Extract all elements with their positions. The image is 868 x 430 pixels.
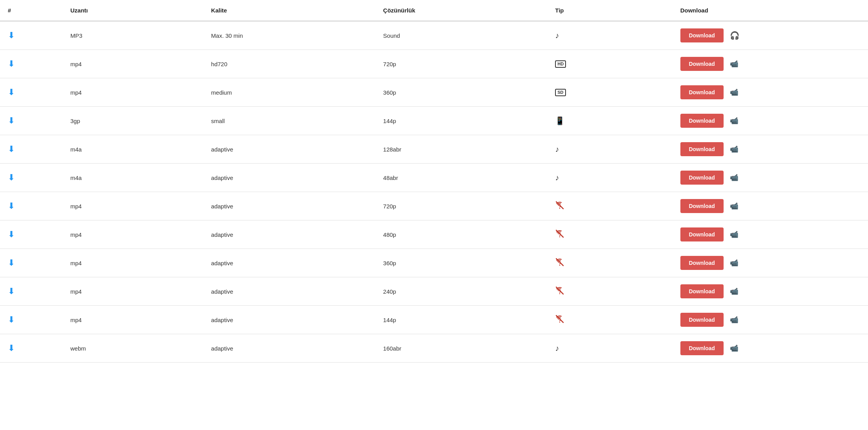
svg-point-1 (559, 236, 560, 237)
uzanti-value: mp4 (70, 260, 82, 266)
row-download-icon[interactable]: ⬇ (8, 30, 15, 40)
table-row: ⬇ 3gp small 144p 📱 Download 📹 (0, 107, 868, 135)
type-icon-sd: SD (555, 89, 566, 96)
row-cozunurluk-cell: Sound (375, 21, 547, 50)
row-kalite-cell: adaptive (203, 164, 375, 192)
download-button[interactable]: Download (680, 256, 724, 270)
kalite-value: adaptive (211, 260, 233, 266)
row-cozunurluk-cell: 128abr (375, 135, 547, 164)
cozunurluk-value: 128abr (383, 146, 401, 153)
cozunurluk-value: 240p (383, 288, 396, 295)
row-index-cell: ⬇ (0, 334, 63, 363)
download-button[interactable]: Download (680, 142, 724, 156)
row-download-icon[interactable]: ⬇ (8, 258, 15, 268)
row-download-icon[interactable]: ⬇ (8, 315, 15, 324)
row-kalite-cell: adaptive (203, 334, 375, 363)
action-cell: Download 🎧 (680, 28, 860, 42)
table-row: ⬇ m4a adaptive 128abr ♪ Download 📹 (0, 135, 868, 164)
table-row: ⬇ mp4 adaptive 480p Download 📹 (0, 220, 868, 249)
download-button[interactable]: Download (680, 28, 724, 42)
row-uzanti-cell: mp4 (63, 249, 204, 277)
table-row: ⬇ mp4 adaptive 240p Download 📹 (0, 277, 868, 306)
uzanti-value: MP3 (70, 32, 83, 39)
download-button[interactable]: Download (680, 114, 724, 128)
action-cell: Download 📹 (680, 284, 860, 298)
row-index-cell: ⬇ (0, 249, 63, 277)
download-button[interactable]: Download (680, 57, 724, 71)
action-cell: Download 📹 (680, 114, 860, 128)
action-cell: Download 📹 (680, 57, 860, 71)
row-download-icon[interactable]: ⬇ (8, 286, 15, 296)
kalite-value: adaptive (211, 174, 233, 181)
row-cozunurluk-cell: 720p (375, 50, 547, 78)
svg-point-0 (559, 208, 560, 208)
row-kalite-cell: Max. 30 min (203, 21, 375, 50)
video-icon: 📹 (730, 88, 738, 97)
row-cozunurluk-cell: 240p (375, 277, 547, 306)
uzanti-value: mp4 (70, 317, 82, 323)
video-icon: 📹 (730, 116, 738, 125)
kalite-value: Max. 30 min (211, 32, 243, 39)
download-button[interactable]: Download (680, 284, 724, 298)
row-tip-cell (547, 306, 672, 334)
row-download-cell: Download 📹 (673, 277, 868, 306)
row-download-cell: Download 📹 (673, 306, 868, 334)
cozunurluk-value: 48abr (383, 174, 398, 181)
video-icon: 📹 (730, 230, 738, 239)
col-header-kalite: Kalite (203, 0, 375, 21)
row-index-cell: ⬇ (0, 107, 63, 135)
col-header-tip: Tip (547, 0, 672, 21)
row-download-icon[interactable]: ⬇ (8, 229, 15, 239)
headphones-icon: 🎧 (730, 31, 740, 40)
row-uzanti-cell: mp4 (63, 220, 204, 249)
row-uzanti-cell: mp4 (63, 277, 204, 306)
uzanti-value: mp4 (70, 61, 82, 67)
kalite-value: adaptive (211, 203, 233, 210)
row-download-cell: Download 📹 (673, 192, 868, 220)
action-cell: Download 📹 (680, 171, 860, 185)
kalite-value: small (211, 118, 225, 124)
row-tip-cell: ♪ (547, 334, 672, 363)
table-row: ⬇ mp4 adaptive 720p Download 📹 (0, 192, 868, 220)
row-download-icon[interactable]: ⬇ (8, 144, 15, 154)
download-button[interactable]: Download (680, 313, 724, 327)
action-cell: Download 📹 (680, 313, 860, 327)
action-cell: Download 📹 (680, 341, 860, 355)
row-download-cell: Download 📹 (673, 334, 868, 363)
cozunurluk-value: 144p (383, 118, 396, 124)
row-download-icon[interactable]: ⬇ (8, 87, 15, 97)
download-button[interactable]: Download (680, 171, 724, 185)
video-icon: 📹 (730, 315, 738, 324)
type-icon-noadio (555, 314, 564, 326)
row-tip-cell (547, 277, 672, 306)
row-download-icon[interactable]: ⬇ (8, 116, 15, 125)
uzanti-value: m4a (70, 174, 82, 181)
col-header-download: Download (673, 0, 868, 21)
row-cozunurluk-cell: 360p (375, 78, 547, 107)
action-cell: Download 📹 (680, 256, 860, 270)
row-download-icon[interactable]: ⬇ (8, 201, 15, 211)
download-button[interactable]: Download (680, 227, 724, 241)
row-download-icon[interactable]: ⬇ (8, 173, 15, 182)
row-kalite-cell: adaptive (203, 192, 375, 220)
cozunurluk-value: 360p (383, 260, 396, 266)
row-tip-cell (547, 192, 672, 220)
row-download-icon[interactable]: ⬇ (8, 59, 15, 69)
table-row: ⬇ mp4 medium 360p SD Download 📹 (0, 78, 868, 107)
row-download-cell: Download 📹 (673, 50, 868, 78)
download-button[interactable]: Download (680, 85, 724, 99)
row-tip-cell: SD (547, 78, 672, 107)
row-download-cell: Download 📹 (673, 249, 868, 277)
row-download-icon[interactable]: ⬇ (8, 343, 15, 353)
download-button[interactable]: Download (680, 199, 724, 213)
uzanti-value: mp4 (70, 231, 82, 238)
cozunurluk-value: 160abr (383, 345, 401, 352)
row-cozunurluk-cell: 144p (375, 107, 547, 135)
row-tip-cell (547, 249, 672, 277)
row-kalite-cell: medium (203, 78, 375, 107)
row-index-cell: ⬇ (0, 220, 63, 249)
download-button[interactable]: Download (680, 341, 724, 355)
video-icon: 📹 (730, 287, 738, 296)
row-index-cell: ⬇ (0, 21, 63, 50)
row-uzanti-cell: mp4 (63, 50, 204, 78)
